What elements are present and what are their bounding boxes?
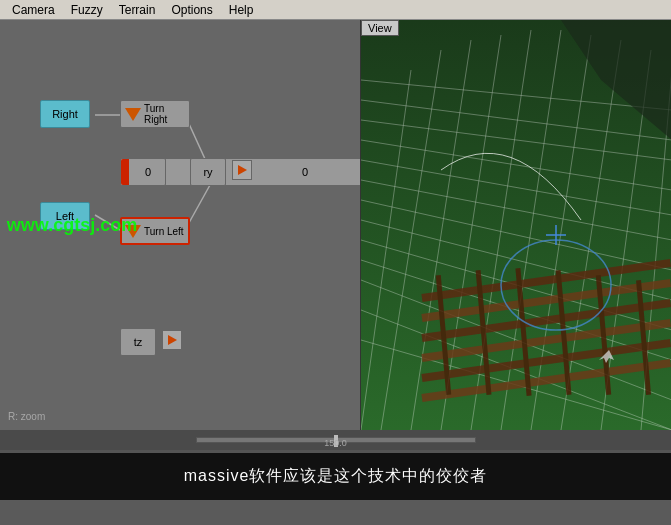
zero-node-wrapper[interactable]: 0 [120,158,166,186]
subtitle-text: massive软件应该是这个技术中的佼佼者 [184,466,488,487]
tz-play-button[interactable] [162,330,182,350]
tz-node[interactable]: tz [120,328,156,356]
main-area: www.cgtsj.com Right Turn Right [0,20,671,430]
left-label: Left [56,210,74,222]
play-icon [238,165,247,175]
ry-label: ry [203,166,212,178]
viewport: View [360,20,671,430]
menubar: Camera Fuzzy Terrain Options Help [0,0,671,20]
node-editor: www.cgtsj.com Right Turn Right [0,20,360,430]
menu-help[interactable]: Help [221,1,262,19]
zero-label: 0 [302,166,308,178]
ry-node[interactable]: ry [190,158,226,186]
play-icon-2 [168,335,177,345]
progress-bar[interactable]: 150.0 [0,430,671,450]
r-zoom-label: R: zoom [8,411,45,422]
turn-left-node[interactable]: Turn Left [120,217,190,245]
viewport-title: View [361,20,399,36]
menu-camera[interactable]: Camera [4,1,63,19]
left-node[interactable]: Left [40,202,90,230]
turn-right-icon [125,108,141,121]
turn-right-label: Turn Right [144,103,185,125]
turn-left-label: Turn Left [144,226,184,237]
menu-terrain[interactable]: Terrain [111,1,164,19]
turn-left-icon [125,225,141,238]
tz-label: tz [134,336,143,348]
turn-right-node[interactable]: Turn Right [120,100,190,128]
viewport-svg [361,20,671,430]
zero-value: 0 [145,166,151,178]
subtitle-bar: massive软件应该是这个技术中的佼佼者 [0,450,671,500]
svg-line-3 [95,215,120,230]
time-label: 150.0 [324,438,347,448]
menu-fuzzy[interactable]: Fuzzy [63,1,111,19]
right-label: Right [52,108,78,120]
menu-options[interactable]: Options [163,1,220,19]
ry-play-button[interactable] [232,160,252,180]
right-node[interactable]: Right [40,100,90,128]
